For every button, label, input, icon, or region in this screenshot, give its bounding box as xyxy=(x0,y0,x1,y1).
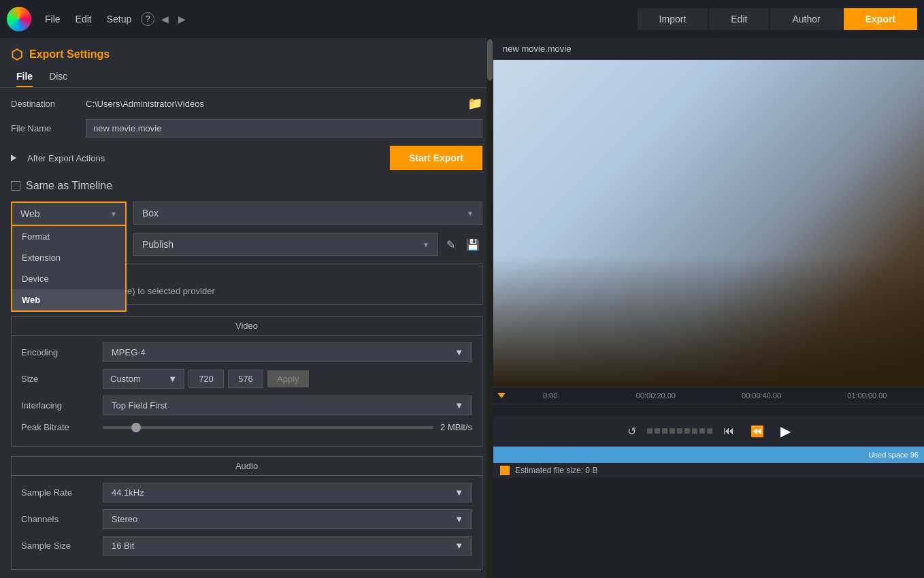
help-button[interactable]: ? xyxy=(141,12,154,26)
progress-dot-4 xyxy=(670,428,675,434)
after-export-toggle[interactable]: After Export Actions xyxy=(27,153,105,163)
channels-dropdown[interactable]: Stereo ▼ xyxy=(103,509,472,529)
preview-title: new movie.movie xyxy=(493,38,924,60)
app-logo xyxy=(7,7,31,31)
menu-file[interactable]: File xyxy=(39,11,66,27)
size-width-input[interactable] xyxy=(188,370,224,388)
encoding-row: Encoding MPEG-4 ▼ xyxy=(21,342,472,362)
timeline-area: 0:00 00:00:20.00 00:00:40.00 01:00:00.00… xyxy=(493,387,924,478)
interlacing-dropdown[interactable]: Top Field First ▼ xyxy=(103,396,472,415)
playback-controls: ↺ ⏮ ⏪ ▶ xyxy=(493,416,924,446)
same-as-timeline-checkbox[interactable] xyxy=(11,181,20,191)
bitrate-row: Peak Bitrate 2 MBit/s xyxy=(21,422,472,432)
bitrate-slider-track[interactable] xyxy=(103,426,433,429)
sample-size-row: Sample Size 16 Bit ▼ xyxy=(21,536,472,556)
filename-label: File Name xyxy=(11,123,86,133)
encoding-label: Encoding xyxy=(21,347,103,357)
play-button[interactable]: ▶ xyxy=(775,420,796,442)
sample-rate-dropdown[interactable]: 44.1kHz ▼ xyxy=(103,483,472,502)
sample-size-dropdown[interactable]: 16 Bit ▼ xyxy=(103,536,472,556)
filename-input[interactable] xyxy=(86,119,482,138)
nav-forward-icon[interactable]: ▶ xyxy=(176,12,188,26)
sample-size-label: Sample Size xyxy=(21,541,103,551)
progress-dot-7 xyxy=(692,428,697,434)
sample-rate-row: Sample Rate 44.1kHz ▼ xyxy=(21,483,472,502)
video-section-header: Video xyxy=(12,317,482,336)
bitrate-slider-thumb[interactable] xyxy=(131,423,141,432)
preview-video-area xyxy=(493,60,924,387)
nav-back-icon[interactable]: ◀ xyxy=(159,12,171,26)
tab-author[interactable]: Author xyxy=(770,8,842,30)
loop-button[interactable]: ↺ xyxy=(622,422,642,440)
save-profile-button[interactable]: 💾 xyxy=(463,236,482,254)
interlacing-value: Top Field First xyxy=(112,400,167,411)
timeline-mark-2: 00:00:40.00 xyxy=(709,391,814,400)
progress-dot-5 xyxy=(677,428,682,434)
box-dropdown[interactable]: Box ▼ xyxy=(133,202,482,225)
rewind-button[interactable]: ⏪ xyxy=(745,422,770,440)
progress-dot-3 xyxy=(662,428,667,434)
progress-dot-1 xyxy=(647,428,653,434)
timeline-mark-3: 01:00:00.00 xyxy=(814,391,920,400)
size-preset-dropdown[interactable]: Custom ▼ xyxy=(103,369,184,389)
size-preset-value: Custom xyxy=(110,374,141,384)
publish-dropdown[interactable]: Publish ▼ xyxy=(133,233,438,256)
channels-arrow-icon: ▼ xyxy=(455,514,463,524)
start-export-button[interactable]: Start Export xyxy=(390,146,482,170)
edit-profile-button[interactable]: ✎ xyxy=(444,236,458,254)
dropdown-item-format[interactable]: Format xyxy=(12,226,125,247)
sample-size-arrow-icon: ▼ xyxy=(455,541,463,551)
dropdown-item-web[interactable]: Web xyxy=(12,289,125,310)
scrollbar[interactable] xyxy=(486,38,493,578)
dropdown-item-device[interactable]: Device xyxy=(12,268,125,289)
interlacing-label: Interlacing xyxy=(21,400,103,411)
estimated-size-text: Estimated file size: 0 B xyxy=(515,466,597,475)
interlacing-arrow-icon: ▼ xyxy=(455,400,463,411)
audio-section-header: Audio xyxy=(12,457,482,476)
file-disc-tabs: File Disc xyxy=(0,68,493,88)
dropdown-item-extension[interactable]: Extension xyxy=(12,247,125,268)
same-as-timeline-row: Same as Timeline xyxy=(11,180,482,192)
web-dropdown-button[interactable]: Web ▼ xyxy=(11,202,127,226)
preview-thumbnail xyxy=(493,60,924,387)
destination-label: Destination xyxy=(11,99,86,109)
encoding-value: MPEG-4 xyxy=(112,347,146,357)
web-dropdown-menu: Format Extension Device Web xyxy=(11,226,127,312)
apply-size-button[interactable]: Apply xyxy=(267,370,309,387)
sample-rate-value: 44.1kHz xyxy=(112,487,144,498)
tab-import[interactable]: Import xyxy=(638,8,708,30)
scroll-thumb xyxy=(487,39,493,80)
top-navigation: File Edit Setup ? ◀ ▶ Import Edit Author… xyxy=(0,0,924,38)
tab-edit[interactable]: Edit xyxy=(709,8,769,30)
estimated-size-row: Estimated file size: 0 B xyxy=(493,463,924,478)
export-settings-title: Export Settings xyxy=(29,48,110,61)
box-dropdown-label: Box xyxy=(142,208,159,219)
channels-row: Channels Stereo ▼ xyxy=(21,509,472,529)
preview-panel: new movie.movie 0:00 00:00:20.00 00:00:4… xyxy=(493,38,924,578)
settings-content: Destination C:\Users\Administrator\Video… xyxy=(0,96,493,578)
bitrate-label: Peak Bitrate xyxy=(21,422,103,432)
progress-dot-2 xyxy=(655,428,660,434)
menu-setup[interactable]: Setup xyxy=(101,11,137,27)
estimated-color-box xyxy=(500,466,510,475)
tab-export[interactable]: Export xyxy=(844,8,917,30)
encoding-dropdown[interactable]: MPEG-4 ▼ xyxy=(103,342,472,362)
expand-icon xyxy=(11,155,16,161)
folder-browse-button[interactable]: 📁 xyxy=(467,96,482,111)
tab-file[interactable]: File xyxy=(16,71,33,87)
publish-dropdown-arrow-icon: ▼ xyxy=(423,241,429,248)
skip-to-start-button[interactable]: ⏮ xyxy=(718,422,740,440)
web-dropdown-arrow-icon: ▼ xyxy=(110,210,117,218)
tab-disc[interactable]: Disc xyxy=(49,71,67,87)
channels-value: Stereo xyxy=(112,514,137,524)
video-section: Video Encoding MPEG-4 ▼ Size xyxy=(11,316,482,447)
bitrate-slider-container: 2 MBit/s xyxy=(103,422,472,432)
storage-bar-text: Used space 96 xyxy=(869,451,919,459)
same-as-timeline-label: Same as Timeline xyxy=(26,180,112,192)
menu-edit[interactable]: Edit xyxy=(70,11,97,27)
timeline-bar[interactable] xyxy=(493,404,924,416)
publish-dropdown-label: Publish xyxy=(142,239,174,250)
timeline-mark-0: 0:00 xyxy=(497,391,603,400)
size-height-input[interactable] xyxy=(228,370,263,388)
box-dropdown-arrow-icon: ▼ xyxy=(467,210,474,217)
